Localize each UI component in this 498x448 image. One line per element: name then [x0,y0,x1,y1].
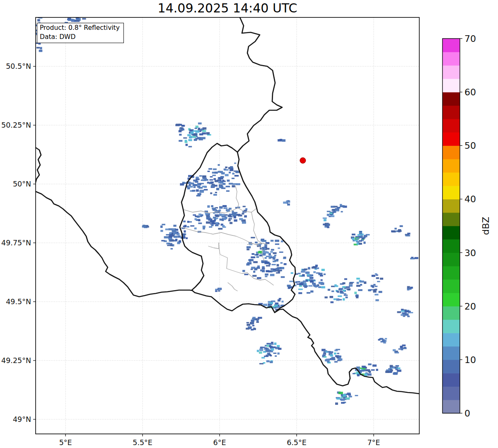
radar-cell [356,285,360,287]
radar-cell [321,279,323,281]
radar-cell [334,361,338,363]
colorbar-band [442,266,460,280]
radar-cell [213,220,216,222]
radar-cell [244,274,248,275]
colorbar-band [442,400,460,414]
radar-cell [189,146,192,147]
radar-cell [198,219,201,221]
radar-cell [259,254,262,257]
radar-cell [356,294,359,296]
colorbar-band [442,213,460,226]
radar-cell [198,123,202,125]
radar-cell [206,221,210,223]
radar-cell [198,128,200,130]
radar-cell [324,219,326,221]
radar-cell [345,397,350,400]
radar-cell [338,392,343,394]
radar-cell [175,239,177,241]
radar-cell [402,312,405,314]
radar-cell [299,285,302,287]
radar-cell [229,208,232,210]
radar-cell [202,130,206,132]
radar-cell [376,274,378,276]
radar-cell [375,294,378,295]
radar-cell [183,137,187,138]
radar-cell [213,178,216,180]
radar-cell [375,299,379,301]
radar-cell [268,263,271,265]
colorbar-band [442,159,460,173]
colorbar-band [442,306,460,320]
radar-cell [234,175,239,177]
radar-cell [215,216,220,217]
radar-cell [266,248,270,249]
radar-cell [218,171,221,173]
radar-cell [183,225,186,227]
radar-cell [243,206,246,207]
radar-cell [291,272,293,274]
radar-cell [274,255,276,256]
radar-cell [256,256,259,258]
radar-cell [218,228,222,230]
radar-echo-cluster [368,273,383,301]
radar-cell [380,278,383,280]
radar-cell [283,257,286,259]
radar-cell [235,171,239,173]
radar-cell [385,371,389,373]
radar-cell [307,292,310,294]
radar-cell [398,229,401,231]
radar-cell [271,348,274,351]
radar-cell [263,304,267,306]
radar-cell [334,353,336,355]
radar-cell [265,257,267,259]
radar-cell [346,394,348,395]
radar-cell [234,216,237,218]
radar-cell [283,201,287,203]
radar-cell [164,236,169,238]
radar-cell [265,274,268,276]
radar-cell [171,248,173,249]
radar-cell [401,314,404,316]
radar-cell [169,243,173,245]
radar-cell [312,267,316,269]
radar-cell [234,162,236,164]
radar-cell [342,205,345,207]
radar-cell [368,371,370,372]
radar-cell [232,214,237,216]
radar-cell [324,356,326,358]
radar-cell [365,373,367,375]
radar-cell [247,249,249,250]
radar-cell [160,230,163,232]
radar-echo-cluster [247,317,262,326]
radar-cell [394,352,399,353]
radar-cell [247,246,251,248]
radar-cell [225,167,227,168]
data-source-label: Data: DWD [40,33,120,42]
colorbar-band [442,172,460,186]
radar-cell [218,288,221,291]
radar-cell [185,140,187,141]
radar-cell [168,238,172,239]
radar-cell [210,223,215,225]
x-tick-label: 7°E [367,438,380,447]
radar-cell [347,288,351,291]
radar-cell [269,302,273,304]
radar-cell [266,270,269,272]
radar-cell [208,171,210,172]
radar-cell [344,278,347,280]
radar-cell [335,402,338,405]
radar-cell [215,172,218,174]
radar-cell [367,373,371,376]
colorbar-tick-label: 20 [464,301,476,312]
radar-cell [198,187,203,189]
radar-cell [251,323,254,324]
colorbar-band [442,105,460,119]
radar-echo-cluster [175,124,185,133]
radar-cell [222,219,224,221]
radar-cell [207,205,210,208]
radar-cell [264,356,268,357]
radar-cell [164,240,167,242]
radar-cell [410,287,413,289]
radar-cell [37,19,40,22]
colorbar-tick-label: 60 [464,87,476,97]
